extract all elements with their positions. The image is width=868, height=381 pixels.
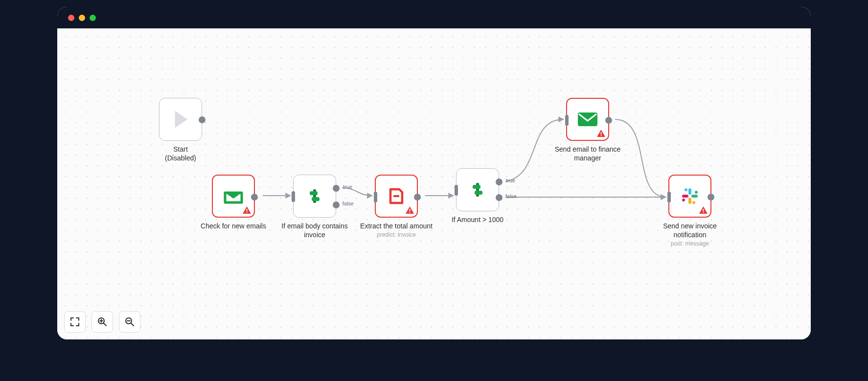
node-start-box[interactable] <box>159 98 202 141</box>
alert-icon <box>406 206 414 214</box>
svg-rect-3 <box>310 191 318 195</box>
port-out-true[interactable] <box>333 185 340 192</box>
svg-point-17 <box>695 191 698 194</box>
play-icon <box>172 110 189 129</box>
canvas-toolbar <box>64 311 140 333</box>
zoom-out-icon <box>125 317 135 327</box>
extract-icon <box>387 186 406 206</box>
svg-rect-20 <box>682 195 688 198</box>
svg-rect-4 <box>312 197 320 201</box>
node-if-amount-label: If Amount > 1000 <box>436 215 519 224</box>
port-false-label: false <box>343 201 354 206</box>
zoom-out-button[interactable] <box>119 311 140 333</box>
svg-rect-13 <box>601 135 602 136</box>
node-if-amount[interactable]: true false If Amount > 1000 <box>456 168 499 224</box>
svg-rect-11 <box>578 112 597 126</box>
node-if-body[interactable]: true false If email body contains invoic… <box>293 175 336 239</box>
alert-icon <box>243 206 251 214</box>
branch-icon <box>305 186 324 206</box>
node-extract-total-label: Extract the total amount <box>355 222 438 230</box>
port-in[interactable] <box>292 191 295 202</box>
node-if-amount-box[interactable]: true false <box>456 168 499 211</box>
svg-rect-9 <box>473 185 480 189</box>
port-out-true[interactable] <box>496 179 503 185</box>
port-out[interactable] <box>199 116 206 123</box>
svg-rect-14 <box>688 188 691 195</box>
svg-line-29 <box>131 323 134 326</box>
port-out[interactable] <box>708 194 714 201</box>
zoom-in-button[interactable] <box>91 311 113 333</box>
node-check-emails-label: Check for new emails <box>192 222 275 230</box>
alert-icon <box>597 130 605 137</box>
node-send-email-label: Send email to finance manager <box>546 145 629 162</box>
fullscreen-icon <box>70 317 80 327</box>
svg-rect-5 <box>393 195 399 197</box>
svg-rect-0 <box>247 209 248 211</box>
branch-icon <box>468 180 487 200</box>
port-in[interactable] <box>374 192 377 202</box>
node-send-slack[interactable]: Send new invoice notification post: mess… <box>668 175 711 247</box>
port-out-false[interactable] <box>496 194 503 201</box>
node-start[interactable]: Start (Disabled) <box>159 98 202 162</box>
inbox-icon <box>223 188 244 204</box>
port-out[interactable] <box>251 194 258 201</box>
svg-line-25 <box>104 323 106 326</box>
port-false-label: false <box>505 193 517 199</box>
zoom-in-icon <box>97 317 107 327</box>
node-send-email[interactable]: Send email to finance manager <box>566 98 609 162</box>
app-window: Start (Disabled) Check for new emails <box>57 7 811 339</box>
svg-rect-16 <box>691 195 698 198</box>
workflow-canvas[interactable]: Start (Disabled) Check for new emails <box>57 28 811 339</box>
node-check-emails-box[interactable] <box>212 175 255 218</box>
svg-point-19 <box>692 201 695 204</box>
svg-rect-23 <box>703 212 704 213</box>
window-titlebar <box>57 7 811 28</box>
node-if-body-label: If email body contains invoice <box>273 222 356 239</box>
node-if-body-box[interactable]: true false <box>293 175 336 218</box>
fit-view-button[interactable] <box>64 311 86 333</box>
node-start-label: Start (Disabled) <box>139 145 222 162</box>
node-extract-total-box[interactable] <box>375 175 418 218</box>
node-send-slack-label: Send new invoice notification <box>648 222 731 239</box>
svg-rect-6 <box>410 209 411 211</box>
slack-icon <box>680 186 700 206</box>
port-true-label: true <box>343 184 352 190</box>
node-check-emails[interactable]: Check for new emails <box>212 175 255 230</box>
svg-rect-10 <box>475 191 482 195</box>
svg-rect-7 <box>410 212 411 213</box>
port-in[interactable] <box>667 192 671 202</box>
svg-rect-12 <box>601 132 602 134</box>
node-send-email-box[interactable] <box>566 98 609 141</box>
port-in[interactable] <box>455 185 458 196</box>
window-close-icon[interactable] <box>68 15 74 21</box>
node-send-slack-sublabel: post: message <box>648 240 731 247</box>
envelope-icon <box>577 112 598 127</box>
node-send-slack-box[interactable] <box>668 175 711 218</box>
port-true-label: true <box>506 178 515 183</box>
svg-rect-18 <box>688 198 691 204</box>
port-in[interactable] <box>565 115 569 126</box>
svg-rect-1 <box>247 212 248 213</box>
port-out[interactable] <box>414 194 421 201</box>
svg-point-15 <box>685 188 687 191</box>
window-maximize-icon[interactable] <box>90 15 96 21</box>
node-extract-total[interactable]: Extract the total amount predict: invoic… <box>375 175 418 238</box>
node-extract-total-sublabel: predict: invoice <box>355 231 438 238</box>
alert-icon <box>699 206 708 214</box>
svg-point-21 <box>682 199 685 202</box>
svg-rect-22 <box>703 209 704 211</box>
port-out[interactable] <box>605 117 612 124</box>
window-minimize-icon[interactable] <box>79 15 85 21</box>
port-out-false[interactable] <box>333 202 340 208</box>
